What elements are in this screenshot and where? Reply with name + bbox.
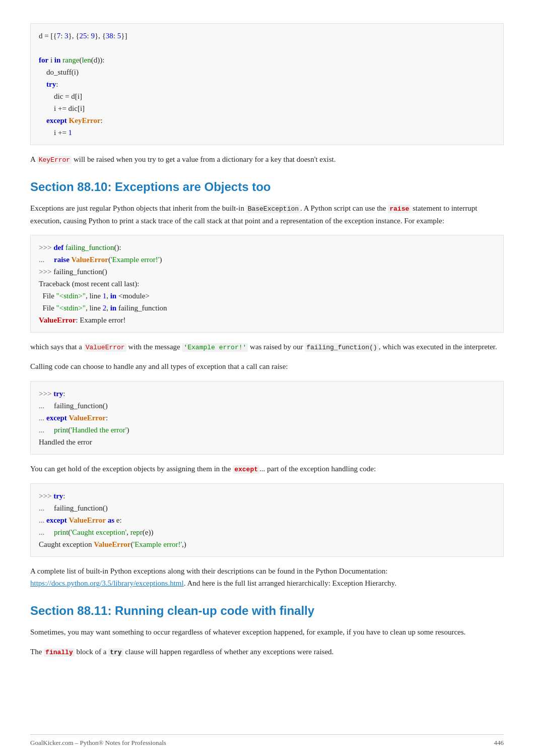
code-block-failing-function: >>> def failing_function(): ... raise Va… xyxy=(30,235,504,333)
para-calling-code: Calling code can choose to handle any an… xyxy=(30,360,504,373)
para-finally-intro: Sometimes, you may want something to occ… xyxy=(30,626,504,639)
para-exceptions-intro: Exceptions are just regular Python objec… xyxy=(30,202,504,227)
footer: GoalKicker.com – Python® Notes for Profe… xyxy=(30,734,504,747)
section-8811-title: Section 88.11: Running clean-up code wit… xyxy=(30,604,504,618)
para-full-list: A complete list of built-in Python excep… xyxy=(30,565,504,590)
code-block-top: d = [{7: 3}, {25: 9}, {38: 5}] for i in … xyxy=(30,23,504,145)
section-8810-title: Section 88.10: Exceptions are Objects to… xyxy=(30,180,504,194)
page-content: d = [{7: 3}, {25: 9}, {38: 5}] for i in … xyxy=(0,0,534,696)
para-except-part: You can get hold of the exception object… xyxy=(30,463,504,475)
para-finally-block: The finally block of a try clause will h… xyxy=(30,646,504,658)
para-keyerror: A KeyError will be raised when you try t… xyxy=(30,153,504,166)
footer-right: 446 xyxy=(494,739,504,747)
code-block-try-except-2: >>> try: ... failing_function() ... exce… xyxy=(30,483,504,557)
code-block-try-except-1: >>> try: ... failing_function() ... exce… xyxy=(30,381,504,455)
para-valueerror-explain: which says that a ValueError with the me… xyxy=(30,341,504,353)
exceptions-link[interactable]: https://docs.python.org/3.5/library/exce… xyxy=(30,579,184,587)
footer-left: GoalKicker.com – Python® Notes for Profe… xyxy=(30,739,166,747)
